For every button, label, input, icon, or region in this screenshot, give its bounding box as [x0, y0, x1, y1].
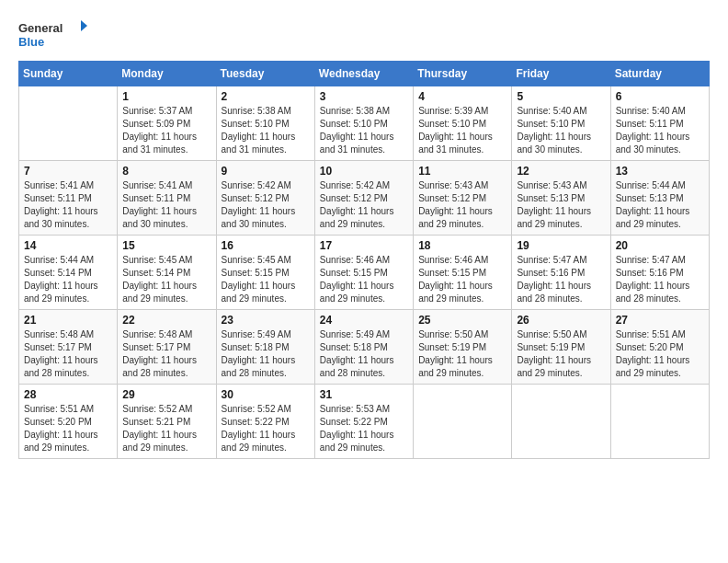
calendar-day-24: 24Sunrise: 5:49 AMSunset: 5:18 PMDayligh…: [314, 310, 413, 385]
day-info: Sunrise: 5:49 AMSunset: 5:18 PMDaylight:…: [222, 328, 310, 380]
calendar-week-row: 28Sunrise: 5:51 AMSunset: 5:20 PMDayligh…: [19, 385, 710, 459]
day-info: Sunrise: 5:53 AMSunset: 5:22 PMDaylight:…: [320, 403, 408, 454]
day-info: Sunrise: 5:42 AMSunset: 5:12 PMDaylight:…: [320, 179, 408, 231]
day-number: 19: [517, 239, 605, 252]
logo: General Blue: [18, 18, 87, 52]
calendar-day-15: 15Sunrise: 5:45 AMSunset: 5:14 PMDayligh…: [118, 236, 216, 310]
day-number: 17: [320, 239, 408, 252]
logo-svg: General Blue: [18, 18, 87, 52]
calendar-day-1: 1Sunrise: 5:37 AMSunset: 5:09 PMDaylight…: [118, 86, 216, 161]
svg-text:General: General: [18, 21, 63, 35]
day-info: Sunrise: 5:44 AMSunset: 5:14 PMDaylight:…: [24, 254, 112, 305]
calendar-day-13: 13Sunrise: 5:44 AMSunset: 5:13 PMDayligh…: [610, 161, 709, 236]
day-info: Sunrise: 5:48 AMSunset: 5:17 PMDaylight:…: [24, 328, 112, 380]
weekday-header-monday: Monday: [118, 62, 216, 86]
svg-marker-2: [81, 20, 87, 31]
calendar-day-8: 8Sunrise: 5:41 AMSunset: 5:11 PMDaylight…: [118, 161, 216, 236]
calendar-header: SundayMondayTuesdayWednesdayThursdayFrid…: [19, 62, 710, 86]
day-info: Sunrise: 5:38 AMSunset: 5:10 PMDaylight:…: [222, 105, 310, 156]
weekday-header-row: SundayMondayTuesdayWednesdayThursdayFrid…: [19, 62, 710, 86]
day-info: Sunrise: 5:43 AMSunset: 5:13 PMDaylight:…: [517, 179, 605, 231]
day-info: Sunrise: 5:49 AMSunset: 5:18 PMDaylight:…: [320, 328, 408, 380]
day-info: Sunrise: 5:47 AMSunset: 5:16 PMDaylight:…: [517, 254, 605, 305]
day-info: Sunrise: 5:41 AMSunset: 5:11 PMDaylight:…: [122, 179, 210, 231]
day-info: Sunrise: 5:41 AMSunset: 5:11 PMDaylight:…: [24, 179, 112, 231]
day-info: Sunrise: 5:38 AMSunset: 5:10 PMDaylight:…: [320, 105, 408, 156]
day-number: 2: [222, 90, 310, 103]
weekday-header-wednesday: Wednesday: [314, 62, 413, 86]
day-number: 4: [418, 90, 506, 103]
day-number: 31: [320, 388, 408, 401]
calendar-day-25: 25Sunrise: 5:50 AMSunset: 5:19 PMDayligh…: [414, 310, 512, 385]
day-number: 22: [122, 314, 210, 327]
day-info: Sunrise: 5:43 AMSunset: 5:12 PMDaylight:…: [418, 179, 506, 231]
day-number: 10: [320, 165, 408, 178]
calendar-day-28: 28Sunrise: 5:51 AMSunset: 5:20 PMDayligh…: [19, 385, 118, 459]
calendar-day-16: 16Sunrise: 5:45 AMSunset: 5:15 PMDayligh…: [216, 236, 314, 310]
calendar-day-17: 17Sunrise: 5:46 AMSunset: 5:15 PMDayligh…: [314, 236, 413, 310]
day-info: Sunrise: 5:45 AMSunset: 5:14 PMDaylight:…: [122, 254, 210, 305]
day-number: 20: [616, 239, 704, 252]
day-info: Sunrise: 5:42 AMSunset: 5:12 PMDaylight:…: [222, 179, 310, 231]
calendar-day-23: 23Sunrise: 5:49 AMSunset: 5:18 PMDayligh…: [216, 310, 314, 385]
day-info: Sunrise: 5:40 AMSunset: 5:11 PMDaylight:…: [616, 105, 704, 156]
day-number: 21: [24, 314, 112, 327]
day-number: 16: [222, 239, 310, 252]
empty-day-cell: [610, 385, 709, 459]
empty-day-cell: [512, 385, 610, 459]
day-info: Sunrise: 5:51 AMSunset: 5:20 PMDaylight:…: [616, 328, 704, 380]
day-info: Sunrise: 5:52 AMSunset: 5:22 PMDaylight:…: [222, 403, 310, 454]
calendar-day-22: 22Sunrise: 5:48 AMSunset: 5:17 PMDayligh…: [118, 310, 216, 385]
day-number: 23: [222, 314, 310, 327]
day-info: Sunrise: 5:46 AMSunset: 5:15 PMDaylight:…: [418, 254, 506, 305]
day-number: 28: [24, 388, 112, 401]
day-number: 5: [517, 90, 605, 103]
day-info: Sunrise: 5:48 AMSunset: 5:17 PMDaylight:…: [122, 328, 210, 380]
day-number: 6: [616, 90, 704, 103]
day-number: 30: [222, 388, 310, 401]
day-info: Sunrise: 5:46 AMSunset: 5:15 PMDaylight:…: [320, 254, 408, 305]
calendar-day-9: 9Sunrise: 5:42 AMSunset: 5:12 PMDaylight…: [216, 161, 314, 236]
calendar-day-11: 11Sunrise: 5:43 AMSunset: 5:12 PMDayligh…: [414, 161, 512, 236]
day-number: 1: [122, 90, 210, 103]
day-info: Sunrise: 5:37 AMSunset: 5:09 PMDaylight:…: [122, 105, 210, 156]
calendar-day-12: 12Sunrise: 5:43 AMSunset: 5:13 PMDayligh…: [512, 161, 610, 236]
calendar-day-31: 31Sunrise: 5:53 AMSunset: 5:22 PMDayligh…: [314, 385, 413, 459]
calendar-week-row: 21Sunrise: 5:48 AMSunset: 5:17 PMDayligh…: [19, 310, 710, 385]
calendar-day-21: 21Sunrise: 5:48 AMSunset: 5:17 PMDayligh…: [19, 310, 118, 385]
day-number: 14: [24, 239, 112, 252]
calendar-day-18: 18Sunrise: 5:46 AMSunset: 5:15 PMDayligh…: [414, 236, 512, 310]
day-number: 26: [517, 314, 605, 327]
calendar-day-7: 7Sunrise: 5:41 AMSunset: 5:11 PMDaylight…: [19, 161, 118, 236]
calendar-day-14: 14Sunrise: 5:44 AMSunset: 5:14 PMDayligh…: [19, 236, 118, 310]
day-number: 15: [122, 239, 210, 252]
day-info: Sunrise: 5:50 AMSunset: 5:19 PMDaylight:…: [517, 328, 605, 380]
day-number: 27: [616, 314, 704, 327]
weekday-header-friday: Friday: [512, 62, 610, 86]
calendar-day-26: 26Sunrise: 5:50 AMSunset: 5:19 PMDayligh…: [512, 310, 610, 385]
calendar-day-20: 20Sunrise: 5:47 AMSunset: 5:16 PMDayligh…: [610, 236, 709, 310]
calendar-week-row: 14Sunrise: 5:44 AMSunset: 5:14 PMDayligh…: [19, 236, 710, 310]
day-info: Sunrise: 5:50 AMSunset: 5:19 PMDaylight:…: [418, 328, 506, 380]
day-number: 18: [418, 239, 506, 252]
day-number: 29: [122, 388, 210, 401]
calendar-day-4: 4Sunrise: 5:39 AMSunset: 5:10 PMDaylight…: [414, 86, 512, 161]
day-info: Sunrise: 5:40 AMSunset: 5:10 PMDaylight:…: [517, 105, 605, 156]
day-number: 9: [222, 165, 310, 178]
day-number: 13: [616, 165, 704, 178]
day-number: 11: [418, 165, 506, 178]
calendar-day-2: 2Sunrise: 5:38 AMSunset: 5:10 PMDaylight…: [216, 86, 314, 161]
svg-text:Blue: Blue: [18, 35, 44, 49]
day-info: Sunrise: 5:51 AMSunset: 5:20 PMDaylight:…: [24, 403, 112, 454]
day-number: 12: [517, 165, 605, 178]
calendar-week-row: 1Sunrise: 5:37 AMSunset: 5:09 PMDaylight…: [19, 86, 710, 161]
calendar-week-row: 7Sunrise: 5:41 AMSunset: 5:11 PMDaylight…: [19, 161, 710, 236]
weekday-header-sunday: Sunday: [19, 62, 118, 86]
weekday-header-saturday: Saturday: [610, 62, 709, 86]
day-info: Sunrise: 5:52 AMSunset: 5:21 PMDaylight:…: [122, 403, 210, 454]
calendar-day-27: 27Sunrise: 5:51 AMSunset: 5:20 PMDayligh…: [610, 310, 709, 385]
empty-day-cell: [414, 385, 512, 459]
calendar-day-29: 29Sunrise: 5:52 AMSunset: 5:21 PMDayligh…: [118, 385, 216, 459]
day-number: 7: [24, 165, 112, 178]
day-number: 25: [418, 314, 506, 327]
